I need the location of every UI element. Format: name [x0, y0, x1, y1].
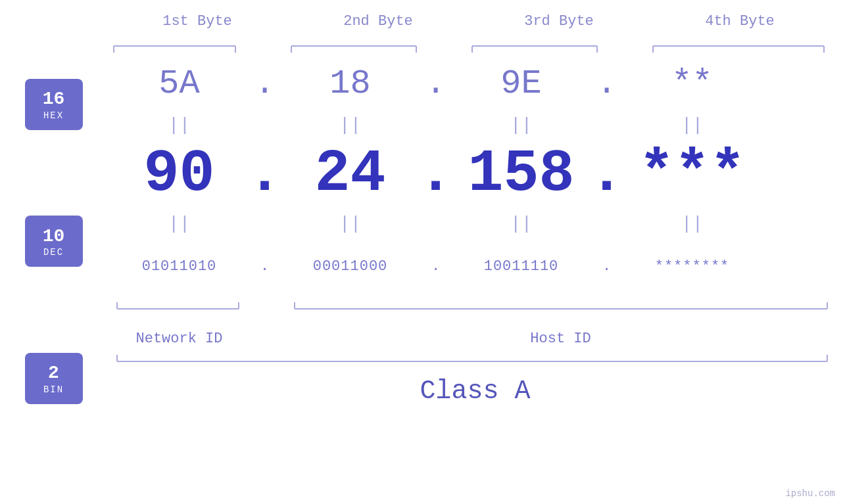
byte1-header: 1st Byte: [125, 13, 270, 30]
base-labels: 16 HEX 10 DEC 2 BIN: [25, 56, 110, 407]
dec-byte2: 24: [314, 141, 385, 208]
byte4-header: 4th Byte: [667, 13, 812, 30]
hex-dot1-cell: .: [249, 64, 281, 103]
bin-num: 2: [48, 362, 59, 384]
bin-byte4: ********: [655, 258, 730, 275]
eq1-cell1: ||: [110, 115, 249, 135]
hex-byte4: **: [671, 64, 712, 103]
network-id-label: Network ID: [135, 331, 222, 347]
bin-byte1-cell: 01011010: [110, 258, 249, 275]
eq2-cell3: ||: [452, 214, 591, 234]
bin-row: 01011010 . 00011000 . 10011110 .: [110, 237, 840, 296]
eq1-cell3: ||: [452, 115, 591, 135]
bin-byte3: 10011110: [484, 258, 559, 275]
bin-byte2: 00011000: [313, 258, 388, 275]
eq1-sign3: ||: [510, 115, 533, 135]
dec-dot2: .: [418, 141, 454, 208]
hex-num: 16: [43, 88, 65, 110]
host-id-label: Host ID: [530, 331, 591, 347]
dec-dot3-cell: .: [591, 141, 623, 208]
hex-byte1-cell: 5A: [110, 64, 249, 103]
dec-dot1: .: [247, 141, 283, 208]
dec-dot3: .: [589, 141, 625, 208]
full-bottom-bracket-area: [110, 352, 840, 368]
hex-byte1: 5A: [158, 64, 199, 103]
hex-dot3-cell: .: [591, 64, 623, 103]
main-area: 16 HEX 10 DEC 2 BIN 5A .: [25, 56, 840, 407]
dec-dot2-cell: .: [420, 141, 452, 208]
bin-name: BIN: [43, 384, 64, 395]
top-brackets-svg: [107, 36, 831, 56]
bottom-brackets-svg: [110, 299, 834, 325]
hex-dot3: .: [596, 64, 617, 103]
hex-dot2: .: [425, 64, 446, 103]
class-row: Class A: [110, 375, 840, 407]
host-id-container: Host ID: [281, 331, 840, 347]
dec-byte3-cell: 158: [452, 141, 591, 208]
hex-byte4-cell: **: [623, 64, 761, 103]
bin-byte1: 01011010: [142, 258, 217, 275]
full-bottom-bracket-svg: [110, 352, 834, 368]
hex-dot1: .: [254, 64, 275, 103]
dec-row: 90 . 24 . 158 . ***: [110, 138, 840, 210]
hex-byte2-cell: 18: [281, 64, 420, 103]
bin-dot3: .: [602, 258, 611, 275]
eq1-sign4: ||: [681, 115, 704, 135]
dec-byte1-cell: 90: [110, 141, 249, 208]
bin-byte2-cell: 00011000: [281, 258, 420, 275]
bin-dot1: .: [260, 258, 269, 275]
dec-badge: 10 DEC: [25, 216, 83, 267]
eq1-cell2: ||: [281, 115, 420, 135]
dec-byte2-cell: 24: [281, 141, 420, 208]
eq2-sign2: ||: [339, 214, 362, 234]
class-label: Class A: [420, 377, 530, 406]
hex-row: 5A . 18 . 9E . **: [110, 56, 840, 112]
top-brackets-area: [107, 36, 831, 56]
hex-dot2-cell: .: [420, 64, 452, 103]
eq2-cell1: ||: [110, 214, 249, 234]
hex-byte3-cell: 9E: [452, 64, 591, 103]
bin-badge: 2 BIN: [25, 353, 83, 404]
bin-byte3-cell: 10011110: [452, 258, 591, 275]
byte2-header: 2nd Byte: [306, 13, 450, 30]
main-container: 1st Byte 2nd Byte 3rd Byte 4th Byte: [0, 0, 845, 504]
bin-dot1-cell: .: [249, 258, 281, 275]
hex-badge: 16 HEX: [25, 79, 83, 130]
hex-name: HEX: [43, 110, 64, 121]
watermark: ipshu.com: [785, 488, 835, 499]
dec-byte4: ***: [639, 141, 745, 208]
dec-name: DEC: [43, 247, 64, 258]
hex-byte2: 18: [329, 64, 370, 103]
dec-byte4-cell: ***: [623, 141, 761, 208]
eq2-cell2: ||: [281, 214, 420, 234]
eq2-sign1: ||: [168, 214, 191, 234]
dec-dot1-cell: .: [249, 141, 281, 208]
bin-dot3-cell: .: [591, 258, 623, 275]
bin-dot2-cell: .: [420, 258, 452, 275]
eq1-sign2: ||: [339, 115, 362, 135]
byte-headers: 1st Byte 2nd Byte 3rd Byte 4th Byte: [107, 13, 831, 30]
dec-byte1: 90: [143, 141, 214, 208]
dec-byte3: 158: [468, 141, 574, 208]
bin-dot2: .: [431, 258, 440, 275]
dec-num: 10: [43, 225, 65, 248]
bottom-brackets-area: [110, 299, 840, 325]
eq1-cell4: ||: [623, 115, 761, 135]
eq2-sign4: ||: [681, 214, 704, 234]
eq2-cell4: ||: [623, 214, 761, 234]
equals-row-2: || || || ||: [110, 210, 840, 237]
byte3-header: 3rd Byte: [487, 13, 631, 30]
content-area: 5A . 18 . 9E . **: [110, 56, 840, 407]
equals-row-1: || || || ||: [110, 112, 840, 138]
id-labels-row: Network ID Host ID: [110, 325, 840, 352]
hex-byte3: 9E: [500, 64, 541, 103]
eq1-sign1: ||: [168, 115, 191, 135]
network-id-container: Network ID: [110, 331, 249, 347]
bin-byte4-cell: ********: [623, 258, 761, 275]
eq2-sign3: ||: [510, 214, 533, 234]
